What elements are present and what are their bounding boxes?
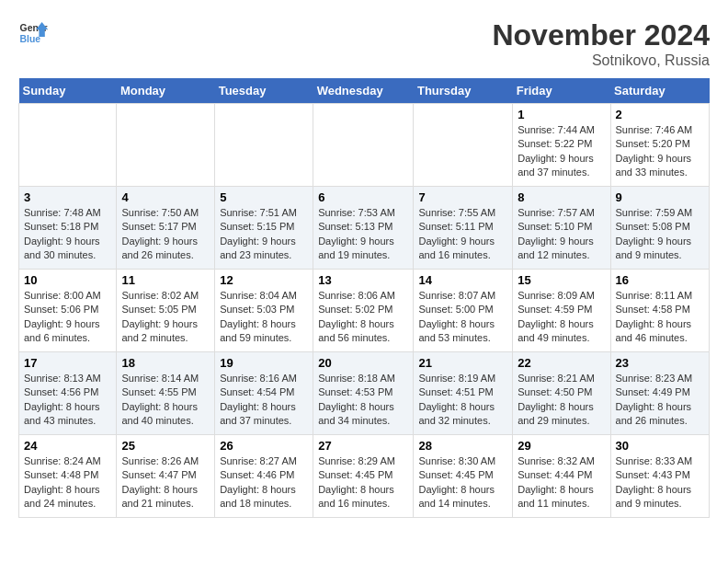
day-number: 28	[418, 439, 507, 453]
day-number: 8	[518, 190, 605, 204]
calendar-week-row: 10Sunrise: 8:00 AM Sunset: 5:06 PM Dayli…	[19, 270, 710, 352]
calendar-day-cell: 8Sunrise: 7:57 AM Sunset: 5:10 PM Daylig…	[513, 187, 610, 270]
day-number: 16	[616, 273, 704, 287]
day-info: Sunrise: 7:57 AM Sunset: 5:10 PM Dayligh…	[518, 206, 605, 263]
calendar-day-cell: 9Sunrise: 7:59 AM Sunset: 5:08 PM Daylig…	[610, 187, 709, 270]
day-info: Sunrise: 8:07 AM Sunset: 5:00 PM Dayligh…	[418, 289, 507, 346]
day-info: Sunrise: 8:30 AM Sunset: 4:45 PM Dayligh…	[418, 454, 507, 511]
calendar-day-cell	[215, 104, 313, 187]
weekday-header-cell: Wednesday	[313, 78, 414, 104]
day-number: 3	[24, 190, 111, 204]
location: Sotnikovo, Russia	[492, 52, 710, 69]
day-number: 21	[418, 356, 507, 370]
day-info: Sunrise: 8:23 AM Sunset: 4:49 PM Dayligh…	[616, 372, 704, 429]
day-number: 14	[418, 273, 507, 287]
day-info: Sunrise: 8:29 AM Sunset: 4:45 PM Dayligh…	[318, 454, 408, 511]
day-info: Sunrise: 8:11 AM Sunset: 4:58 PM Dayligh…	[616, 289, 704, 346]
calendar-day-cell: 18Sunrise: 8:14 AM Sunset: 4:55 PM Dayli…	[117, 352, 215, 435]
day-number: 5	[220, 190, 308, 204]
calendar-day-cell	[414, 104, 513, 187]
day-info: Sunrise: 8:00 AM Sunset: 5:06 PM Dayligh…	[24, 289, 111, 346]
day-info: Sunrise: 8:18 AM Sunset: 4:53 PM Dayligh…	[318, 372, 408, 429]
day-info: Sunrise: 8:14 AM Sunset: 4:55 PM Dayligh…	[121, 372, 210, 429]
day-info: Sunrise: 8:06 AM Sunset: 5:02 PM Dayligh…	[318, 289, 408, 346]
day-number: 29	[518, 439, 605, 453]
day-info: Sunrise: 7:59 AM Sunset: 5:08 PM Dayligh…	[616, 206, 704, 263]
day-info: Sunrise: 8:02 AM Sunset: 5:05 PM Dayligh…	[121, 289, 210, 346]
day-number: 13	[318, 273, 408, 287]
day-info: Sunrise: 8:13 AM Sunset: 4:56 PM Dayligh…	[24, 372, 111, 429]
day-info: Sunrise: 8:32 AM Sunset: 4:44 PM Dayligh…	[518, 454, 605, 511]
calendar-day-cell: 17Sunrise: 8:13 AM Sunset: 4:56 PM Dayli…	[19, 352, 117, 435]
day-number: 2	[616, 108, 704, 121]
calendar-day-cell	[117, 104, 215, 187]
calendar-day-cell: 25Sunrise: 8:26 AM Sunset: 4:47 PM Dayli…	[117, 435, 215, 518]
calendar-day-cell: 28Sunrise: 8:30 AM Sunset: 4:45 PM Dayli…	[414, 435, 513, 518]
calendar-day-cell: 21Sunrise: 8:19 AM Sunset: 4:51 PM Dayli…	[414, 352, 513, 435]
day-info: Sunrise: 8:09 AM Sunset: 4:59 PM Dayligh…	[518, 289, 605, 346]
calendar-day-cell: 5Sunrise: 7:51 AM Sunset: 5:15 PM Daylig…	[215, 187, 313, 270]
day-info: Sunrise: 8:26 AM Sunset: 4:47 PM Dayligh…	[121, 454, 210, 511]
calendar-week-row: 17Sunrise: 8:13 AM Sunset: 4:56 PM Dayli…	[19, 352, 710, 435]
title-block: November 2024 Sotnikovo, Russia	[492, 18, 710, 69]
day-number: 15	[518, 273, 605, 287]
day-number: 6	[318, 190, 408, 204]
day-info: Sunrise: 8:21 AM Sunset: 4:50 PM Dayligh…	[518, 372, 605, 429]
weekday-header-cell: Saturday	[610, 78, 709, 104]
day-info: Sunrise: 7:51 AM Sunset: 5:15 PM Dayligh…	[220, 206, 308, 263]
day-info: Sunrise: 7:44 AM Sunset: 5:22 PM Dayligh…	[518, 123, 605, 180]
calendar-day-cell: 22Sunrise: 8:21 AM Sunset: 4:50 PM Dayli…	[513, 352, 610, 435]
calendar-day-cell: 2Sunrise: 7:46 AM Sunset: 5:20 PM Daylig…	[610, 104, 709, 187]
day-info: Sunrise: 7:46 AM Sunset: 5:20 PM Dayligh…	[616, 123, 704, 180]
calendar-day-cell: 6Sunrise: 7:53 AM Sunset: 5:13 PM Daylig…	[313, 187, 414, 270]
calendar-day-cell: 16Sunrise: 8:11 AM Sunset: 4:58 PM Dayli…	[610, 270, 709, 352]
day-number: 10	[24, 273, 111, 287]
calendar-day-cell: 14Sunrise: 8:07 AM Sunset: 5:00 PM Dayli…	[414, 270, 513, 352]
calendar-day-cell: 27Sunrise: 8:29 AM Sunset: 4:45 PM Dayli…	[313, 435, 414, 518]
weekday-header-cell: Tuesday	[215, 78, 313, 104]
day-number: 26	[220, 439, 308, 453]
calendar-table: SundayMondayTuesdayWednesdayThursdayFrid…	[18, 78, 710, 518]
day-number: 27	[318, 439, 408, 453]
calendar-day-cell: 13Sunrise: 8:06 AM Sunset: 5:02 PM Dayli…	[313, 270, 414, 352]
weekday-header-row: SundayMondayTuesdayWednesdayThursdayFrid…	[19, 78, 710, 104]
weekday-header-cell: Monday	[117, 78, 215, 104]
weekday-header-cell: Thursday	[414, 78, 513, 104]
calendar-day-cell: 12Sunrise: 8:04 AM Sunset: 5:03 PM Dayli…	[215, 270, 313, 352]
calendar-day-cell: 3Sunrise: 7:48 AM Sunset: 5:18 PM Daylig…	[19, 187, 117, 270]
day-number: 11	[121, 273, 210, 287]
calendar-day-cell: 20Sunrise: 8:18 AM Sunset: 4:53 PM Dayli…	[313, 352, 414, 435]
day-info: Sunrise: 7:50 AM Sunset: 5:17 PM Dayligh…	[121, 206, 210, 263]
day-number: 20	[318, 356, 408, 370]
day-number: 24	[24, 439, 111, 453]
calendar-week-row: 3Sunrise: 7:48 AM Sunset: 5:18 PM Daylig…	[19, 187, 710, 270]
weekday-header-cell: Sunday	[19, 78, 117, 104]
day-number: 1	[518, 108, 605, 121]
day-number: 9	[616, 190, 704, 204]
day-number: 17	[24, 356, 111, 370]
day-number: 25	[121, 439, 210, 453]
calendar-day-cell: 1Sunrise: 7:44 AM Sunset: 5:22 PM Daylig…	[513, 104, 610, 187]
calendar-day-cell: 11Sunrise: 8:02 AM Sunset: 5:05 PM Dayli…	[117, 270, 215, 352]
calendar-day-cell: 19Sunrise: 8:16 AM Sunset: 4:54 PM Dayli…	[215, 352, 313, 435]
calendar-day-cell: 29Sunrise: 8:32 AM Sunset: 4:44 PM Dayli…	[513, 435, 610, 518]
day-number: 4	[121, 190, 210, 204]
calendar-week-row: 24Sunrise: 8:24 AM Sunset: 4:48 PM Dayli…	[19, 435, 710, 518]
calendar-day-cell: 26Sunrise: 8:27 AM Sunset: 4:46 PM Dayli…	[215, 435, 313, 518]
calendar-body: 1Sunrise: 7:44 AM Sunset: 5:22 PM Daylig…	[19, 104, 710, 518]
calendar-day-cell: 10Sunrise: 8:00 AM Sunset: 5:06 PM Dayli…	[19, 270, 117, 352]
day-info: Sunrise: 8:19 AM Sunset: 4:51 PM Dayligh…	[418, 372, 507, 429]
month-title: November 2024	[492, 18, 710, 52]
day-info: Sunrise: 7:55 AM Sunset: 5:11 PM Dayligh…	[418, 206, 507, 263]
day-info: Sunrise: 8:27 AM Sunset: 4:46 PM Dayligh…	[220, 454, 308, 511]
day-info: Sunrise: 7:53 AM Sunset: 5:13 PM Dayligh…	[318, 206, 408, 263]
day-number: 19	[220, 356, 308, 370]
logo-icon: General Blue	[18, 18, 48, 48]
calendar-day-cell	[313, 104, 414, 187]
calendar-day-cell: 23Sunrise: 8:23 AM Sunset: 4:49 PM Dayli…	[610, 352, 709, 435]
page-header: General Blue November 2024 Sotnikovo, Ru…	[18, 18, 710, 69]
calendar-day-cell: 4Sunrise: 7:50 AM Sunset: 5:17 PM Daylig…	[117, 187, 215, 270]
calendar-day-cell: 7Sunrise: 7:55 AM Sunset: 5:11 PM Daylig…	[414, 187, 513, 270]
day-info: Sunrise: 7:48 AM Sunset: 5:18 PM Dayligh…	[24, 206, 111, 263]
day-info: Sunrise: 8:24 AM Sunset: 4:48 PM Dayligh…	[24, 454, 111, 511]
